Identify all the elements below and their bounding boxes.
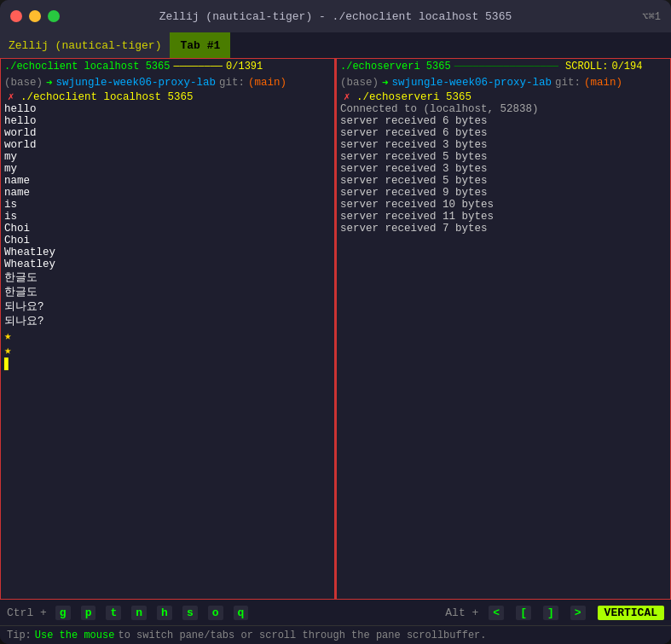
pane-left-body: (base) ➜ swjungle-week06-proxy-lab git:(…: [1, 74, 334, 599]
running-cmd-left: ✗ ./echoclient localhost 5365: [4, 90, 331, 103]
conn-line: Connected to (localhost, 52838): [340, 103, 667, 115]
pane-left-dashes: ────────: [173, 61, 223, 73]
tab-1[interactable]: Tab #1: [170, 32, 230, 58]
cursor-left: ▋: [4, 357, 331, 371]
server-line-8: server received 10 bytes: [340, 199, 667, 211]
pane-right-count: 0/194: [611, 61, 642, 73]
pane-right-header: ./echoserveri 5365 ───────────────── SCR…: [337, 59, 670, 74]
server-line-1: server received 6 bytes: [340, 115, 667, 127]
server-line-5: server received 3 bytes: [340, 163, 667, 175]
key-lt[interactable]: <: [489, 606, 504, 620]
server-line-9: server received 11 bytes: [340, 211, 667, 223]
minimize-button[interactable]: [29, 10, 41, 22]
server-line-6: server received 5 bytes: [340, 175, 667, 187]
maximize-button[interactable]: [48, 10, 60, 22]
key-s[interactable]: s: [182, 606, 198, 620]
output-is-2: is: [4, 211, 331, 223]
window-title: Zellij (nautical-tiger) - ./echoclient l…: [159, 10, 512, 23]
x-marker-left: ✗: [8, 91, 14, 103]
key-lbracket[interactable]: [: [516, 606, 531, 620]
star-2: ★: [4, 343, 331, 357]
output-choi-1: Choi: [4, 223, 331, 235]
prompt-branch-right: (main): [584, 77, 622, 89]
terminal-window: Zellij (nautical-tiger) - ./echoclient l…: [0, 0, 671, 644]
prompt-line-right: (base) ➜ swjungle-week06-proxy-lab git:(…: [340, 76, 667, 90]
x-marker-right: ✗: [344, 91, 350, 103]
pane-left-header: ./echoclient localhost 5365 ──────── 0/1…: [1, 59, 334, 74]
key-o[interactable]: o: [208, 606, 223, 620]
pane-right-cmd: ./echoserveri 5365: [340, 61, 451, 73]
tip-bar: Tip: Use the mouse to switch pane/tabs o…: [0, 625, 671, 644]
prompt-arrow-right: ➜: [382, 76, 389, 90]
prompt-git-left: git:: [219, 77, 245, 89]
prompt-base-right: (base): [340, 77, 379, 89]
prompt-dir-left: swjungle-week06-proxy-lab: [56, 77, 217, 89]
prompt-arrow-left: ➜: [46, 76, 53, 90]
key-n[interactable]: n: [131, 606, 147, 620]
prompt-git-right: git:: [555, 77, 581, 89]
output-korean-2: 한글도: [4, 285, 331, 299]
pane-left: ./echoclient localhost 5365 ──────── 0/1…: [0, 58, 336, 600]
ctrl-label: Ctrl +: [7, 606, 47, 619]
output-name-2: name: [4, 187, 331, 199]
prompt-line-left: (base) ➜ swjungle-week06-proxy-lab git:(…: [4, 76, 331, 90]
output-name-1: name: [4, 175, 331, 187]
prompt-dir-right: swjungle-week06-proxy-lab: [392, 77, 552, 89]
prompt-branch-left: (main): [248, 77, 286, 89]
server-line-7: server received 9 bytes: [340, 187, 667, 199]
output-my-1: my: [4, 151, 331, 163]
output-korean-q-2: 되나요?: [4, 314, 331, 328]
app-name-label: Zellij (nautical-tiger): [0, 32, 170, 58]
alt-section: Alt + < [ ] > VERTICAL: [445, 606, 664, 620]
pane-right-body: (base) ➜ swjungle-week06-proxy-lab git:(…: [337, 74, 670, 599]
pane-left-count: 0/1391: [226, 61, 263, 73]
output-wheatley-2: Wheatley: [4, 258, 331, 270]
alt-label: Alt +: [445, 606, 478, 619]
output-choi-2: Choi: [4, 235, 331, 247]
running-cmd-right: ✗ ./echoserveri 5365: [340, 90, 667, 103]
server-line-10: server received 7 bytes: [340, 223, 667, 235]
key-rbracket[interactable]: ]: [543, 606, 558, 620]
output-korean-1: 한글도: [4, 270, 331, 285]
key-p[interactable]: p: [81, 606, 96, 620]
vertical-label: VERTICAL: [598, 606, 664, 620]
status-bar: Ctrl + g p t n h s o q Alt + < [ ] > VER…: [0, 600, 671, 625]
pane-right-dashes: ─────────────────: [454, 61, 558, 73]
output-world-2: world: [4, 139, 331, 151]
key-gt[interactable]: >: [570, 606, 586, 620]
star-1: ★: [4, 328, 331, 343]
tip-suffix: to switch pane/tabs or scroll through th…: [118, 629, 486, 641]
key-h[interactable]: h: [157, 606, 172, 620]
output-korean-q-1: 되나요?: [4, 299, 331, 314]
pane-left-cmd: ./echoclient localhost 5365: [4, 61, 170, 73]
tip-highlight: Use the mouse: [35, 629, 115, 641]
scroll-label: SCROLL:: [565, 61, 608, 73]
key-g[interactable]: g: [55, 606, 71, 620]
prompt-base-left: (base): [4, 77, 43, 89]
main-content: ./echoclient localhost 5365 ──────── 0/1…: [0, 58, 671, 600]
output-my-2: my: [4, 163, 331, 175]
key-q[interactable]: q: [234, 606, 249, 620]
close-button[interactable]: [10, 10, 22, 22]
output-world-1: world: [4, 127, 331, 139]
output-hello-1: hello: [4, 103, 331, 115]
traffic-lights: [10, 10, 60, 22]
output-hello-2: hello: [4, 115, 331, 127]
server-line-2: server received 6 bytes: [340, 127, 667, 139]
server-line-4: server received 5 bytes: [340, 151, 667, 163]
key-t[interactable]: t: [106, 606, 121, 620]
tab-bar: Zellij (nautical-tiger) Tab #1: [0, 32, 671, 58]
cmd-text-left: ./echoclient localhost 5365: [20, 91, 194, 103]
cmd-text-right: ./echoserveri 5365: [356, 91, 471, 103]
titlebar: Zellij (nautical-tiger) - ./echoclient l…: [0, 0, 671, 32]
output-wheatley-1: Wheatley: [4, 247, 331, 258]
window-shortcut: ⌥⌘1: [642, 10, 661, 23]
server-line-3: server received 3 bytes: [340, 139, 667, 151]
output-is-1: is: [4, 199, 331, 211]
tip-prefix: Tip:: [7, 629, 32, 641]
pane-right: ./echoserveri 5365 ───────────────── SCR…: [336, 58, 671, 600]
